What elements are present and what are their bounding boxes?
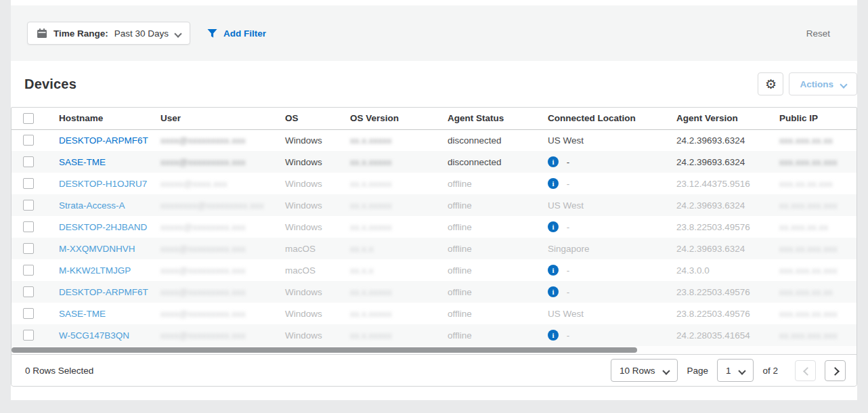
rows-selected-count: 0 Rows Selected <box>25 366 93 376</box>
os-value: macOS <box>285 265 316 276</box>
time-range-label: Time Range: <box>53 28 108 39</box>
agent-version-value: 24.2.39693.6324 <box>676 135 745 146</box>
table-row: DESKTOP-2HJBAND xxxxx@xxxxxxxx.xxx Windo… <box>12 216 856 238</box>
hostname-link[interactable]: SASE-TME <box>59 309 106 319</box>
page-label: Page <box>687 366 708 376</box>
hostname-link[interactable]: Strata-Access-A <box>59 200 125 211</box>
row-checkbox[interactable] <box>23 286 34 297</box>
row-checkbox[interactable] <box>23 330 34 341</box>
os-value: Windows <box>285 200 322 211</box>
row-checkbox[interactable] <box>23 221 34 232</box>
agent-version-value: 23.8.22503.49576 <box>676 287 750 297</box>
chevron-down-icon <box>663 368 669 374</box>
connected-location-value: Singapore <box>548 244 590 254</box>
devices-table-panel: Hostname User OS OS Version Agent Status… <box>11 107 857 387</box>
reset-button[interactable]: Reset <box>806 28 830 39</box>
page-number-select[interactable]: 1 <box>717 359 754 382</box>
os-value: Windows <box>285 287 322 297</box>
col-header-connected-location[interactable]: Connected Location <box>537 108 666 129</box>
location-info-icon[interactable]: i <box>548 221 559 232</box>
pagination: 10 Rows Page 1 of 2 <box>611 359 846 382</box>
agent-status-value: disconnected <box>448 157 502 167</box>
devices-table: Hostname User OS OS Version Agent Status… <box>12 108 856 346</box>
previous-page-button[interactable] <box>795 360 816 381</box>
agent-status-value: offline <box>448 265 472 276</box>
agent-version-value: 24.2.39693.6324 <box>676 157 745 167</box>
hostname-link[interactable]: DESKTOP-ARPMF6T <box>59 135 148 146</box>
location-info-icon[interactable]: i <box>548 156 559 167</box>
hostname-link[interactable]: M-XXQMVDNHVH <box>59 244 135 254</box>
col-header-os-version[interactable]: OS Version <box>339 108 437 129</box>
location-info-icon[interactable]: i <box>548 286 559 297</box>
public-ip-masked: xxx.xxx.xx.xxx <box>779 309 838 319</box>
col-header-agent-version[interactable]: Agent Version <box>666 108 768 129</box>
location-info-icon[interactable]: i <box>548 265 559 276</box>
col-header-agent-status[interactable]: Agent Status <box>437 108 537 129</box>
os-value: Windows <box>285 135 322 146</box>
location-info-icon[interactable]: i <box>548 330 559 341</box>
chevron-left-icon <box>802 368 808 374</box>
chevron-down-icon <box>739 368 745 374</box>
add-filter-button[interactable]: Add Filter <box>207 28 266 39</box>
os-version-masked: xx.x.xxxxx <box>350 157 392 167</box>
hostname-link[interactable]: DESKTOP-2HJBAND <box>59 222 147 232</box>
user-value-masked: xxxxxxxx@xxxxxxxxx.xxx <box>160 200 263 211</box>
col-header-user[interactable]: User <box>150 108 274 129</box>
agent-version-value: 23.8.22503.49576 <box>676 309 750 319</box>
os-version-masked: xx.x.x <box>350 265 374 276</box>
row-checkbox[interactable] <box>23 265 34 276</box>
public-ip-masked: xx.xxx.xxx.xxx <box>779 330 838 341</box>
hostname-link[interactable]: M-KKW2LTMJGP <box>59 265 131 276</box>
actions-label: Actions <box>800 79 833 89</box>
hostname-link[interactable]: DESKTOP-H1OJRU7 <box>59 179 147 189</box>
agent-status-value: offline <box>448 287 472 297</box>
table-body: DESKTOP-ARPMF6T xxxx@xxxxxxxxx.xxx Windo… <box>12 129 856 346</box>
agent-status-value: offline <box>448 179 472 189</box>
row-checkbox[interactable] <box>23 200 34 211</box>
public-ip-masked: xx.xxx.xx.xx <box>779 222 828 232</box>
col-header-hostname[interactable]: Hostname <box>48 108 150 129</box>
row-checkbox[interactable] <box>23 178 34 189</box>
actions-button[interactable]: Actions <box>789 72 857 95</box>
table-row: SASE-TME xxxx@xxxxxxxxx.xxx Windows xx.x… <box>12 303 856 324</box>
table-settings-button[interactable]: ⚙ <box>758 72 783 95</box>
hostname-link[interactable]: W-5CG147B3QN <box>59 330 129 341</box>
table-row: DESKTOP-ARPMF6T xxxx@xxxxxxxxx.xxx Windo… <box>12 281 856 303</box>
user-value-masked: xxxxx@xxxxxxxx.xxx <box>160 222 245 232</box>
connected-location-value: - <box>567 265 570 276</box>
os-value: Windows <box>285 330 322 341</box>
user-value-masked: xxxxx@xxxx.xxx <box>160 179 227 189</box>
row-checkbox[interactable] <box>23 135 34 146</box>
user-value-masked: xxxx@xxxxxxxxx.xxx <box>160 287 245 297</box>
devices-section: Devices ⚙ Actions <box>11 61 857 400</box>
gear-icon: ⚙ <box>765 78 777 91</box>
devices-header: Devices ⚙ Actions <box>11 61 857 107</box>
os-version-masked: xx.x.xxxxx <box>350 222 392 232</box>
row-checkbox[interactable] <box>23 308 34 319</box>
horizontal-scrollbar <box>12 346 856 354</box>
agent-status-value: offline <box>448 222 472 232</box>
os-version-masked: xx.x.xxxxx <box>350 309 392 319</box>
table-row: SASE-TME xxxx@xxxxxxxxx.xxx Windows xx.x… <box>12 151 856 173</box>
select-all-checkbox[interactable] <box>23 113 34 124</box>
hostname-link[interactable]: DESKTOP-ARPMF6T <box>59 287 148 297</box>
next-page-button[interactable] <box>825 360 846 381</box>
connected-location-value: - <box>567 157 570 167</box>
top-strip <box>11 0 857 5</box>
connected-location-value: - <box>567 179 570 189</box>
table-header-row: Hostname User OS OS Version Agent Status… <box>12 108 856 129</box>
user-value-masked: xxxx@xxxxxxxxx.xxx <box>160 135 245 146</box>
table-row: DESKTOP-H1OJRU7 xxxxx@xxxx.xxx Windows x… <box>12 173 856 194</box>
os-version-masked: xx.x.xxxxx <box>350 330 392 341</box>
col-header-os[interactable]: OS <box>274 108 339 129</box>
page-count-label: of 2 <box>762 366 778 376</box>
public-ip-masked: xxx.xxx.xx.xx <box>779 287 833 297</box>
horizontal-scrollbar-thumb[interactable] <box>12 347 637 353</box>
row-checkbox[interactable] <box>23 243 34 254</box>
location-info-icon[interactable]: i <box>548 178 559 189</box>
rows-per-page-select[interactable]: 10 Rows <box>611 359 678 382</box>
col-header-public-ip[interactable]: Public IP <box>768 108 856 129</box>
hostname-link[interactable]: SASE-TME <box>59 157 106 167</box>
time-range-filter[interactable]: Time Range: Past 30 Days <box>27 22 190 45</box>
row-checkbox[interactable] <box>23 156 34 167</box>
